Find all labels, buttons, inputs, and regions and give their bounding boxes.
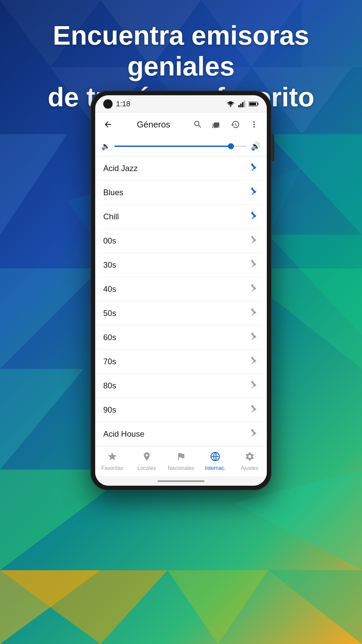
svg-marker-17 bbox=[0, 268, 101, 369]
genre-item[interactable]: 40s bbox=[95, 277, 267, 301]
svg-marker-13 bbox=[168, 570, 268, 644]
svg-rect-27 bbox=[257, 103, 258, 105]
pin-inactive-icon[interactable] bbox=[250, 259, 259, 270]
genre-item[interactable]: Chill bbox=[95, 205, 267, 229]
pin-inactive-icon[interactable] bbox=[250, 404, 259, 415]
genre-name: 70s bbox=[103, 357, 116, 366]
pin-active-icon[interactable] bbox=[250, 211, 259, 222]
genre-name: 90s bbox=[103, 405, 116, 415]
phone-side-button bbox=[272, 134, 274, 161]
status-bar: 1:18 bbox=[95, 95, 267, 113]
nav-item-locales[interactable]: Locales bbox=[133, 451, 160, 471]
nav-item-internac[interactable]: Internac. bbox=[202, 451, 229, 471]
phone-screen: 1:18 bbox=[95, 95, 267, 486]
status-left: 1:18 bbox=[103, 99, 130, 109]
genre-item[interactable]: 00s bbox=[95, 229, 267, 253]
pin-inactive-icon[interactable] bbox=[250, 283, 259, 294]
genre-item[interactable]: Acid Jazz bbox=[95, 156, 267, 180]
nav-item-favoritas[interactable]: Favoritas bbox=[99, 451, 126, 471]
volume-thumb[interactable] bbox=[228, 143, 234, 149]
battery-icon bbox=[249, 101, 259, 107]
genre-name: Chill bbox=[103, 212, 119, 221]
genre-item[interactable]: 50s bbox=[95, 301, 267, 325]
genre-name: 30s bbox=[103, 260, 116, 270]
page-title: Géneros bbox=[121, 119, 186, 130]
nav-item-nacionales[interactable]: Nacionales bbox=[168, 451, 194, 471]
nav-label-locales: Locales bbox=[137, 465, 156, 471]
nav-icon-favoritas bbox=[107, 451, 117, 464]
pin-inactive-icon[interactable] bbox=[250, 356, 259, 367]
nav-label-favoritas: Favoritas bbox=[101, 465, 123, 471]
svg-rect-28 bbox=[249, 103, 256, 105]
nav-label-internac: Internac. bbox=[205, 465, 226, 471]
nav-label-ajustes: Ajustes bbox=[241, 465, 258, 471]
more-button[interactable] bbox=[247, 117, 261, 132]
genre-item[interactable]: 80s bbox=[95, 374, 267, 398]
volume-low-icon: 🔈 bbox=[101, 142, 110, 151]
genre-name: 40s bbox=[103, 284, 116, 294]
camera-dot bbox=[103, 99, 113, 109]
genre-item[interactable]: 90s bbox=[95, 398, 267, 422]
status-time: 1:18 bbox=[116, 100, 130, 108]
genre-name: 60s bbox=[103, 333, 116, 342]
svg-marker-18 bbox=[0, 369, 84, 470]
genre-name: 80s bbox=[103, 381, 116, 390]
search-button[interactable] bbox=[190, 117, 205, 132]
genre-item[interactable]: 60s bbox=[95, 325, 267, 350]
pin-inactive-icon[interactable] bbox=[250, 380, 259, 391]
genre-item[interactable]: Blues bbox=[95, 180, 267, 205]
back-button[interactable] bbox=[101, 117, 115, 132]
home-indicator bbox=[95, 476, 267, 486]
wifi-icon bbox=[226, 101, 235, 107]
genre-name: 50s bbox=[103, 309, 116, 318]
svg-rect-24 bbox=[242, 102, 243, 107]
genre-item[interactable]: Acid House bbox=[95, 422, 267, 446]
nav-icon-ajustes bbox=[245, 451, 255, 464]
genre-item[interactable]: 30s bbox=[95, 253, 267, 277]
volume-slider[interactable] bbox=[114, 146, 247, 147]
genre-name: Blues bbox=[103, 188, 123, 197]
phone-body: 1:18 bbox=[90, 91, 272, 490]
svg-rect-22 bbox=[238, 105, 240, 107]
volume-fill bbox=[114, 146, 231, 147]
headline-line1: Encuentra emisoras geniales bbox=[53, 20, 309, 81]
svg-marker-16 bbox=[0, 134, 67, 235]
genre-name: Acid House bbox=[103, 429, 144, 439]
signal-icon bbox=[238, 101, 246, 107]
volume-high-icon: 🔊 bbox=[251, 142, 261, 151]
app-bar: Géneros bbox=[95, 113, 267, 136]
genre-list: Acid Jazz Blues Chill 00s 30s 40s 50s 60… bbox=[95, 156, 267, 446]
pin-inactive-icon[interactable] bbox=[250, 308, 259, 319]
pin-inactive-icon[interactable] bbox=[250, 428, 259, 439]
svg-rect-25 bbox=[244, 101, 245, 107]
pin-inactive-icon[interactable] bbox=[250, 332, 259, 343]
svg-point-21 bbox=[230, 106, 231, 107]
pin-active-icon[interactable] bbox=[250, 163, 259, 174]
nav-icon-locales bbox=[142, 451, 152, 464]
phone-mockup: 1:18 bbox=[90, 91, 272, 490]
home-bar bbox=[158, 480, 204, 482]
genre-item[interactable]: 70s bbox=[95, 350, 267, 374]
pin-inactive-icon[interactable] bbox=[250, 235, 259, 246]
cast-button[interactable] bbox=[209, 117, 224, 132]
svg-marker-15 bbox=[268, 570, 362, 644]
status-right bbox=[226, 101, 259, 107]
bottom-nav: FavoritasLocalesNacionalesInternac.Ajust… bbox=[95, 446, 267, 476]
volume-bar: 🔈 🔊 bbox=[95, 136, 267, 156]
pin-active-icon[interactable] bbox=[250, 187, 259, 198]
nav-item-ajustes[interactable]: Ajustes bbox=[236, 451, 263, 471]
nav-icon-internac bbox=[210, 451, 220, 464]
genre-name: 00s bbox=[103, 236, 116, 246]
nav-label-nacionales: Nacionales bbox=[168, 465, 194, 471]
history-button[interactable] bbox=[228, 117, 243, 132]
genre-name: Acid Jazz bbox=[103, 164, 138, 173]
nav-icon-nacionales bbox=[176, 451, 186, 464]
svg-rect-23 bbox=[240, 104, 241, 107]
